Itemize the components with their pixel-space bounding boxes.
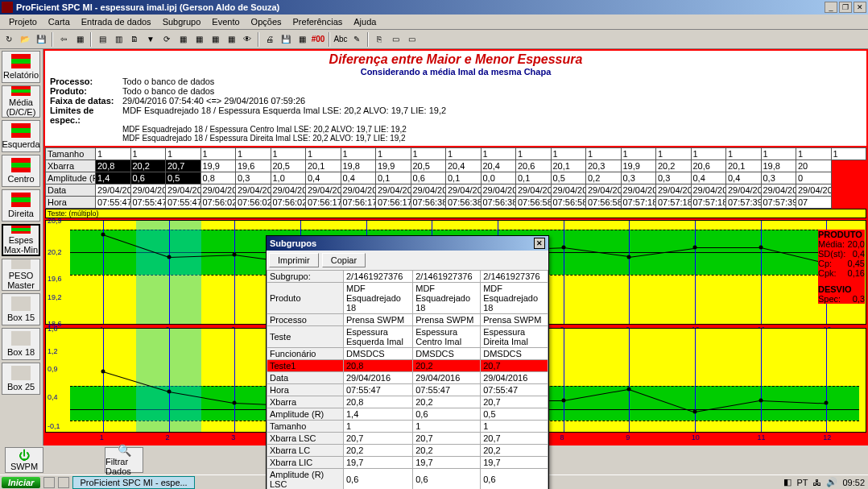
tray-icon[interactable]: ◧: [783, 477, 792, 487]
tool-win2-icon[interactable]: ▭: [404, 32, 419, 47]
start-button[interactable]: Iniciar: [2, 477, 40, 488]
tool-save-icon[interactable]: 💾: [34, 32, 48, 47]
grid-cell[interactable]: 29/04/2016: [341, 184, 376, 197]
menu-entrada[interactable]: Entrada de dados: [76, 15, 157, 28]
grid-cell[interactable]: 0,2: [586, 172, 622, 184]
grid-cell[interactable]: 1: [306, 148, 341, 160]
grid-cell[interactable]: 1: [796, 148, 832, 160]
tool-grid2-icon[interactable]: ▥: [111, 32, 126, 47]
grid-cell[interactable]: 0,0: [481, 172, 516, 184]
maximize-button[interactable]: ❐: [839, 2, 852, 13]
grid-cell[interactable]: 07:57:18: [691, 197, 726, 209]
tool-chart3-icon[interactable]: ▦: [208, 32, 222, 47]
tool-grid1-icon[interactable]: ▤: [95, 32, 110, 47]
grid-cell[interactable]: 20,1: [726, 160, 762, 172]
grid-cell[interactable]: 1: [726, 148, 762, 160]
grid-cell[interactable]: 20,2: [656, 160, 692, 172]
grid-cell[interactable]: 1: [446, 148, 482, 160]
grid-cell[interactable]: 07:55:47: [166, 197, 201, 209]
grid-cell[interactable]: 0,6: [411, 172, 446, 184]
grid-cell[interactable]: 1: [481, 148, 516, 160]
grid-cell[interactable]: 20: [796, 160, 832, 172]
sidebar-item-4[interactable]: Direita: [2, 189, 40, 222]
tool-chart4-icon[interactable]: ▦: [224, 32, 238, 47]
tool-funnel-icon[interactable]: ▼: [143, 32, 158, 47]
grid-cell[interactable]: 29/04/2016: [96, 184, 131, 197]
grid-cell[interactable]: 19,8: [761, 160, 796, 172]
grid-cell[interactable]: 29/04/2016: [446, 184, 482, 197]
grid-cell[interactable]: 29/04/2016: [586, 184, 622, 197]
grid-cell[interactable]: 07:56:17: [306, 197, 341, 209]
grid-cell[interactable]: 29/04/2016: [376, 184, 411, 197]
grid-cell[interactable]: 1: [376, 148, 411, 160]
tool-db-icon[interactable]: ▦: [72, 32, 87, 47]
sidebar-item-9[interactable]: Box 25: [2, 363, 40, 395]
popup-titlebar[interactable]: Subgrupos ✕: [267, 236, 548, 251]
taskbar-app[interactable]: ProFicient SPC MI - espe...: [72, 476, 194, 489]
grid-cell[interactable]: 20,6: [691, 160, 726, 172]
grid-cell[interactable]: 29/04/2016: [481, 184, 516, 197]
tool-doc-icon[interactable]: 🗎: [127, 32, 142, 47]
data-point[interactable]: [825, 401, 829, 405]
grid-cell[interactable]: 07:57:18: [621, 197, 656, 209]
grid-cell[interactable]: 07:56:38: [446, 197, 482, 209]
sidebar-item-0[interactable]: Relatório: [2, 51, 40, 83]
grid-cell[interactable]: 20,1: [306, 160, 341, 172]
grid-cell[interactable]: 20,5: [411, 160, 446, 172]
grid-cell[interactable]: 07:57:18: [656, 197, 692, 209]
grid-cell[interactable]: 0,3: [621, 172, 656, 184]
grid-cell[interactable]: 19,9: [376, 160, 411, 172]
swpm-button[interactable]: ⏻SWPM: [5, 447, 43, 473]
grid-cell[interactable]: 29/04/2016: [306, 184, 341, 197]
grid-cell[interactable]: 07:56:02: [236, 197, 271, 209]
grid-cell[interactable]: 1: [130, 148, 166, 160]
grid-cell[interactable]: 1: [691, 148, 726, 160]
grid-cell[interactable]: 0,6: [130, 172, 166, 184]
grid-cell[interactable]: 20,6: [516, 160, 552, 172]
grid-cell[interactable]: 0,3: [761, 172, 796, 184]
tool-back-icon[interactable]: ⇦: [56, 32, 71, 47]
grid-cell[interactable]: 07:57:39: [761, 197, 796, 209]
grid-cell[interactable]: 0,8: [200, 172, 236, 184]
grid-cell[interactable]: 20,3: [586, 160, 622, 172]
copy-button[interactable]: Copiar: [322, 253, 366, 267]
popup-close-icon[interactable]: ✕: [534, 238, 545, 249]
sidebar-item-5[interactable]: Espes Max-Min: [2, 224, 40, 256]
sidebar-item-7[interactable]: Box 15: [2, 293, 40, 325]
tool-export-icon[interactable]: ▦: [295, 32, 309, 47]
tool-num-icon[interactable]: #00: [311, 32, 325, 47]
grid-cell[interactable]: 07:56:17: [341, 197, 376, 209]
grid-cell[interactable]: 0,3: [656, 172, 692, 184]
grid-cell[interactable]: 0: [796, 172, 832, 184]
grid-cell[interactable]: 19,8: [341, 160, 376, 172]
grid-cell[interactable]: 1: [236, 148, 271, 160]
grid-cell[interactable]: 20,5: [271, 160, 306, 172]
grid-cell[interactable]: 07: [796, 197, 832, 209]
menu-projeto[interactable]: Projeto: [3, 15, 43, 28]
menu-opcoes[interactable]: Opções: [246, 15, 287, 28]
tool-print-icon[interactable]: 🖨: [262, 32, 277, 47]
menu-evento[interactable]: Evento: [206, 15, 245, 28]
grid-cell[interactable]: 29/04/2016: [411, 184, 446, 197]
grid-cell[interactable]: 0,5: [166, 172, 201, 184]
grid-cell[interactable]: 1: [341, 148, 376, 160]
data-grid[interactable]: Tamanho1111111111111111111111Xbarra20,82…: [45, 147, 866, 209]
grid-cell[interactable]: 29/04/2016: [271, 184, 306, 197]
tool-view-icon[interactable]: 👁: [240, 32, 254, 47]
grid-cell[interactable]: 1: [761, 148, 796, 160]
grid-cell[interactable]: 29/04/2016: [726, 184, 762, 197]
print-button[interactable]: Imprimir: [269, 253, 319, 267]
tray-vol-icon[interactable]: 🔊: [826, 477, 837, 487]
tool-open-icon[interactable]: 📂: [18, 32, 32, 47]
grid-cell[interactable]: 1,4: [96, 172, 131, 184]
grid-cell[interactable]: 20,8: [96, 160, 131, 172]
grid-cell[interactable]: 29/04/2016: [166, 184, 201, 197]
menu-prefer[interactable]: Preferências: [287, 15, 349, 28]
tool-save2-icon[interactable]: 💾: [279, 32, 293, 47]
grid-cell[interactable]: 1: [831, 148, 866, 160]
sidebar-item-1[interactable]: Média (D/C/E): [2, 85, 40, 118]
grid-cell[interactable]: 0,4: [341, 172, 376, 184]
grid-cell[interactable]: 07:55:47: [130, 197, 166, 209]
tool-refresh2-icon[interactable]: ⟳: [159, 32, 174, 47]
grid-cell[interactable]: 20,4: [481, 160, 516, 172]
